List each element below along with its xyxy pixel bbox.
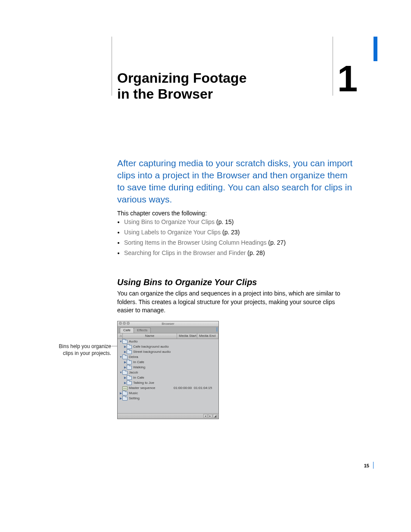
disclosure-closed-icon[interactable]: ▶ (124, 375, 127, 380)
row-media-end: 01:01:04:15 (194, 386, 218, 391)
toc-page: (p. 28) (247, 249, 265, 256)
bin-icon (127, 366, 132, 370)
toc-link[interactable]: Using Bins to Organize Your Clips (124, 218, 215, 225)
browser-empty-area (118, 401, 218, 413)
bin-icon (122, 397, 128, 401)
browser-row[interactable]: ▼Debra (118, 355, 218, 360)
disclosure-closed-icon[interactable]: ▶ (124, 349, 127, 355)
chapter-toc: Using Bins to Organize Your Clips (p. 15… (117, 217, 286, 258)
toc-page: (p. 23) (222, 229, 240, 236)
disclosure-closed-icon[interactable]: ▶ (119, 396, 122, 401)
resize-grip-icon[interactable]: ◢ (213, 414, 218, 418)
disclosure-open-icon[interactable]: ▼ (119, 355, 122, 360)
browser-footer: ◂ ▸ ◢ (118, 413, 218, 419)
disclosure-closed-icon[interactable]: ▶ (119, 391, 122, 396)
disclosure-closed-icon[interactable]: ▶ (124, 344, 127, 349)
tab-cafe[interactable]: Cafe (120, 327, 134, 333)
title-rule-left (112, 37, 112, 96)
disclosure-closed-icon[interactable]: ▶ (124, 380, 127, 386)
toc-link[interactable]: Using Labels to Organize Your Clips (124, 229, 221, 236)
row-name-cell: ▶Talking to Joe (118, 380, 178, 386)
section-body: You can organize the clips and sequences… (117, 289, 352, 315)
row-name: Street background audio (133, 349, 171, 355)
bin-icon (122, 371, 128, 375)
browser-body: ▼Audio▶Cafe background audio▶Street back… (118, 339, 218, 401)
toc-page: (p. 15) (216, 218, 234, 225)
col-header-name[interactable]: Name (123, 333, 177, 339)
col-header-media-start[interactable]: Media Start (177, 333, 197, 339)
bin-icon (127, 361, 132, 364)
toc-item: Using Bins to Organize Your Clips (p. 15… (124, 217, 286, 227)
row-name: Walking (133, 365, 145, 370)
col-header-media-end[interactable]: Media End (197, 333, 218, 339)
minimize-icon[interactable] (123, 322, 126, 325)
row-name-cell: ▶Setting (118, 396, 174, 401)
row-name-cell: ▶In Cafe (118, 360, 178, 365)
disclosure-open-icon[interactable]: ▼ (119, 339, 122, 344)
row-name: Music (129, 391, 138, 396)
browser-row[interactable]: ▼Audio (118, 339, 218, 344)
zoom-icon[interactable] (127, 322, 130, 325)
row-name-cell: ▼Audio (118, 339, 174, 344)
browser-scroll-controls: ◂ ▸ ◢ (203, 414, 218, 418)
window-controls (119, 322, 130, 325)
browser-column-headers: ⌂ Name Media Start Media End (118, 333, 218, 339)
row-name-cell: ▶Walking (118, 365, 178, 370)
browser-row[interactable]: ▶Setting (118, 396, 218, 401)
browser-window-title: Browser (162, 322, 174, 326)
browser-row[interactable]: ▶Cafe background audio (118, 344, 218, 349)
row-name: Cafe background audio (133, 344, 169, 349)
browser-titlebar: Browser (118, 321, 218, 327)
browser-tabs: Cafe Effects (118, 327, 218, 333)
toc-link[interactable]: Sorting Items in the Browser Using Colum… (124, 239, 267, 246)
tab-effects[interactable]: Effects (134, 327, 151, 333)
scroll-right-icon[interactable]: ▸ (208, 414, 212, 418)
covers-label: This chapter covers the following: (117, 210, 207, 217)
scroll-left-icon[interactable]: ◂ (203, 414, 208, 418)
row-name: Debra (129, 355, 138, 360)
chapter-lead: After capturing media to your scratch di… (117, 157, 353, 205)
row-media-start: 01:00:00:00 (174, 386, 194, 391)
toc-item: Using Labels to Organize Your Clips (p. … (124, 227, 286, 237)
page-number: 15 (364, 463, 369, 468)
row-name-cell: ▶Cafe background audio (118, 344, 178, 349)
close-icon[interactable] (119, 322, 122, 325)
disclosure-open-icon[interactable]: ▼ (119, 370, 122, 375)
browser-row[interactable]: ▶In Cafe (118, 360, 218, 365)
row-name-cell: ▶Music (118, 391, 174, 396)
sequence-icon (122, 386, 128, 390)
row-name: Master sequence (129, 386, 155, 391)
browser-row[interactable]: ▶Talking to Joe (118, 380, 218, 386)
row-name: Jacob (129, 370, 138, 375)
browser-row[interactable]: ▶Music (118, 391, 218, 396)
bin-icon (127, 376, 132, 380)
chapter-title-line1: Organizing Footage (117, 70, 246, 86)
disclosure-closed-icon[interactable]: ▶ (124, 365, 127, 370)
toc-link[interactable]: Searching for Clips in the Browser and F… (124, 249, 246, 256)
row-name-cell: ▶Street background audio (118, 349, 178, 355)
toc-page: (p. 27) (268, 239, 286, 246)
reel-icon-header[interactable]: ⌂ (118, 333, 123, 339)
bin-icon (122, 340, 128, 344)
row-name-cell: ▼Debra (118, 355, 174, 360)
browser-row[interactable]: ▼Jacob (118, 370, 218, 375)
browser-window: Browser Cafe Effects ⌂ Name Media Start … (117, 321, 219, 419)
browser-row[interactable]: ▶Street background audio (118, 349, 218, 355)
row-name-cell: ▼Jacob (118, 370, 174, 375)
title-rule-right (333, 37, 333, 96)
browser-row[interactable]: ▶Walking (118, 365, 218, 370)
browser-row[interactable]: Master sequence01:00:00:0001:01:04:15 (118, 386, 218, 391)
figure-callout: Bins help you organize clips in your pro… (55, 343, 111, 357)
browser-row[interactable]: ▶In Cafe (118, 375, 218, 380)
bin-icon (127, 345, 132, 349)
page-number-rule (373, 462, 374, 469)
row-name: Talking to Joe (133, 380, 154, 386)
row-name: Audio (129, 339, 137, 344)
chapter-title-line2: in the Browser (117, 86, 213, 102)
disclosure-closed-icon[interactable]: ▶ (124, 360, 127, 365)
toc-item: Searching for Clips in the Browser and F… (124, 248, 286, 258)
toc-item: Sorting Items in the Browser Using Colum… (124, 237, 286, 248)
scroll-indicator-icon (216, 327, 218, 332)
bin-icon (122, 355, 128, 359)
chapter-color-tab (374, 37, 377, 61)
